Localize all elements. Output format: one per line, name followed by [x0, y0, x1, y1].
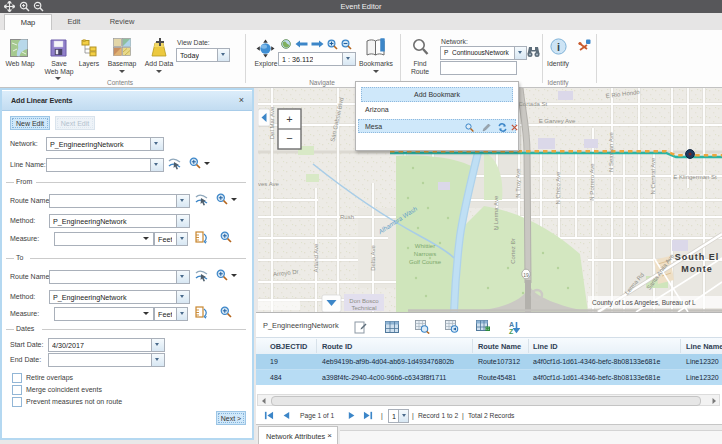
find-route-label2[interactable]: Route [398, 68, 442, 75]
table-row[interactable]: 19 4eb9419b-af9b-4d04-ab69-1d493476802b … [256, 354, 722, 370]
select-line-on-map-icon[interactable] [168, 157, 181, 170]
basemap-icon[interactable] [113, 38, 131, 57]
tab-close-icon[interactable]: × [327, 431, 332, 440]
combo-caret[interactable] [143, 237, 149, 240]
page-number-combo[interactable]: 1 [388, 409, 409, 423]
next-page-button[interactable] [348, 411, 356, 420]
table-row[interactable]: 484 a398f4fc-2940-4c00-96b6-c6343f8f1711… [256, 370, 722, 385]
combo-caret[interactable] [176, 233, 187, 245]
web-map-icon[interactable] [10, 39, 28, 57]
scroll-thumb[interactable] [271, 396, 701, 406]
identify-label[interactable]: Identify [536, 60, 580, 67]
web-map-label[interactable]: Web Map [0, 60, 42, 67]
zoom-to-selection-icon[interactable] [415, 320, 430, 334]
explore-icon[interactable] [254, 39, 277, 58]
next-edit-button[interactable]: Next Edit [55, 116, 95, 130]
back-arrow-icon[interactable] [295, 40, 308, 48]
tab-map[interactable]: Map [4, 14, 52, 31]
table-view-icon[interactable] [385, 321, 399, 333]
retire-overlaps-checkbox[interactable] [12, 373, 22, 383]
from-units-combo[interactable]: Feet [154, 232, 188, 246]
line-name-zoom-caret[interactable] [204, 162, 210, 165]
tab-review[interactable]: Review [100, 14, 144, 30]
show-selected-records-icon[interactable] [476, 320, 490, 334]
col-line-id[interactable]: Line ID [533, 342, 558, 351]
start-date-combo[interactable]: 4/30/2017 [48, 338, 165, 352]
from-route-zoom-caret[interactable] [231, 198, 237, 201]
add-bookmark-button[interactable]: Add Bookmark [361, 87, 513, 102]
add-data-label[interactable]: Add Data [137, 60, 181, 67]
tab-network-attributes[interactable]: Network Attributes × [258, 426, 338, 444]
combo-caret[interactable] [150, 138, 163, 150]
bookmarks-label[interactable]: Bookmarks [354, 60, 398, 67]
view-date-caret[interactable] [217, 49, 229, 61]
bookmark-delete-icon[interactable] [511, 124, 518, 131]
identify-icon[interactable]: i [550, 38, 567, 55]
combo-caret[interactable] [176, 195, 189, 207]
from-method-combo[interactable]: P_EngineeringNetwork [49, 214, 190, 228]
combo-caret[interactable] [176, 291, 189, 303]
bookmark-item-mesa[interactable]: Mesa [358, 119, 516, 133]
scroll-right-arrow[interactable] [710, 397, 718, 405]
end-date-combo[interactable] [48, 353, 165, 367]
switch-selection-icon[interactable] [445, 320, 460, 334]
bookmarks-icon[interactable] [366, 38, 387, 58]
clear-selection-icon[interactable] [354, 321, 367, 334]
sort-icon[interactable]: A Z [506, 320, 520, 334]
to-method-combo[interactable]: P_EngineeringNetwork [49, 290, 190, 304]
add-data-caret[interactable] [156, 70, 162, 73]
to-measure-combo[interactable] [54, 307, 154, 321]
bookmark-zoom-icon[interactable] [465, 123, 474, 132]
select-route-on-map-icon[interactable] [195, 193, 208, 206]
from-measure-combo[interactable] [54, 232, 154, 246]
bookmark-edit-icon[interactable] [482, 123, 491, 132]
panel-network-combo[interactable]: P_EngineeringNetwork [46, 137, 164, 151]
from-route-zoom-icon[interactable] [216, 193, 228, 205]
scroll-left-arrow[interactable] [260, 397, 268, 405]
to-measure-zoom-icon[interactable] [220, 306, 232, 318]
globe-icon[interactable] [281, 39, 291, 49]
scale-combo[interactable]: 1 : 36.112 [278, 52, 356, 66]
to-route-zoom-caret[interactable] [231, 274, 237, 277]
find-route-label1[interactable]: Find [398, 60, 442, 67]
find-route-input[interactable] [440, 61, 517, 75]
layers-icon[interactable] [81, 39, 97, 57]
bookmark-refresh-icon[interactable] [498, 123, 507, 132]
col-objectid[interactable]: OBJECTID [270, 342, 307, 351]
save-web-map-icon[interactable] [50, 39, 67, 57]
map-zoom-out-button[interactable]: − [286, 132, 292, 144]
network-caret[interactable] [514, 47, 526, 59]
combo-caret[interactable] [176, 308, 187, 320]
combo-caret[interactable] [176, 215, 189, 227]
combo-caret[interactable] [151, 354, 164, 366]
panel-close-icon[interactable]: × [239, 95, 244, 105]
prevent-measures-checkbox[interactable] [12, 397, 22, 407]
to-route-zoom-icon[interactable] [216, 269, 228, 281]
from-measure-pick-icon[interactable] [195, 231, 208, 244]
table-collapse-handle[interactable] [322, 295, 341, 312]
save-web-map-label2[interactable]: Web Map [37, 68, 81, 75]
table-horizontal-scrollbar[interactable] [257, 394, 720, 406]
line-name-zoom-icon[interactable] [189, 157, 201, 169]
merge-coincident-checkbox[interactable] [12, 385, 22, 395]
clear-flags-icon[interactable] [578, 39, 591, 51]
new-edit-button[interactable]: New Edit [10, 116, 50, 130]
combo-caret[interactable] [398, 410, 408, 422]
map-zoom-in-button[interactable]: + [286, 113, 292, 125]
find-route-icon[interactable] [412, 38, 429, 56]
basemap-caret[interactable] [119, 70, 125, 73]
add-data-icon[interactable] [149, 37, 169, 58]
to-route-name-combo[interactable] [49, 270, 190, 284]
combo-caret[interactable] [143, 312, 149, 315]
ribbon-zoom-out-icon[interactable] [341, 39, 352, 50]
line-name-combo[interactable] [46, 158, 164, 172]
to-units-combo[interactable]: Feet [154, 307, 188, 321]
col-route-name[interactable]: Route Name [478, 342, 521, 351]
col-line-name[interactable]: Line Name [686, 342, 722, 351]
bookmark-item-arizona[interactable]: Arizona [365, 106, 389, 113]
select-route-on-map-icon[interactable] [195, 269, 208, 282]
from-route-name-combo[interactable] [49, 194, 190, 208]
tab-edit[interactable]: Edit [56, 14, 92, 30]
ribbon-zoom-in-icon[interactable] [327, 39, 338, 50]
save-web-map-caret[interactable] [55, 77, 61, 80]
